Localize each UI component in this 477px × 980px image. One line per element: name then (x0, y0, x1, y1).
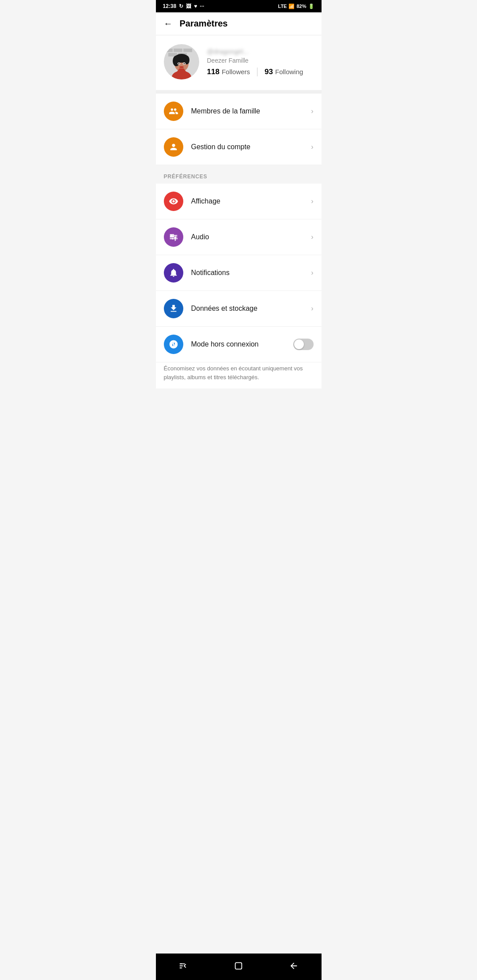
following-stat[interactable]: 93 Following (265, 68, 303, 76)
image-icon: 🖼 (186, 3, 191, 9)
menu-item-offline[interactable]: Mode hors connexion (156, 327, 322, 362)
account-chevron: › (311, 143, 313, 151)
display-chevron: › (311, 197, 313, 205)
following-count: 93 (265, 68, 273, 76)
storage-icon (164, 299, 183, 318)
svg-point-16 (183, 63, 185, 64)
preferences-title: PRÉFÉRENCES (164, 173, 208, 180)
svg-rect-28 (180, 965, 182, 966)
page-title: Paramètres (180, 19, 228, 29)
status-bar: 12:38 ↻ 🖼 ♥ ··· LTE 📶 82% 🔋 (156, 0, 322, 12)
account-label: Gestion du compte (191, 143, 311, 151)
svg-rect-29 (180, 968, 182, 969)
menu-item-storage[interactable]: Données et stockage › (156, 291, 322, 327)
display-label: Affichage (191, 197, 311, 205)
menu-item-display[interactable]: Affichage › (156, 184, 322, 219)
followers-count: 118 (207, 68, 220, 76)
audio-chevron: › (311, 233, 313, 241)
heart-icon: ♥ (194, 3, 197, 9)
svg-rect-27 (180, 964, 182, 965)
profile-section: @dragongirl... Deezer Famille 118 Follow… (156, 35, 322, 90)
section-divider-1 (156, 90, 322, 94)
svg-rect-3 (183, 49, 192, 52)
family-label: Membres de la famille (191, 107, 311, 115)
audio-icon (164, 227, 183, 247)
back-button[interactable]: ← (164, 19, 173, 29)
offline-description: Économisez vos données en écoutant uniqu… (156, 362, 322, 388)
svg-rect-24 (176, 237, 177, 237)
notifications-label: Notifications (191, 269, 311, 277)
followers-stat[interactable]: 118 Followers (207, 68, 250, 76)
profile-info: @dragongirl... Deezer Famille 118 Follow… (207, 48, 314, 76)
svg-rect-22 (172, 235, 177, 236)
storage-chevron: › (311, 305, 313, 313)
display-icon (164, 192, 183, 211)
nav-bar (156, 954, 322, 980)
svg-rect-21 (170, 235, 171, 236)
following-label: Following (275, 68, 303, 75)
svg-point-17 (179, 66, 184, 68)
notifications-chevron: › (311, 269, 313, 277)
account-icon (164, 137, 183, 157)
offline-label: Mode hors connexion (191, 340, 293, 348)
nav-back-button[interactable] (285, 959, 303, 973)
battery-icon: 🔋 (308, 4, 314, 9)
preferences-section-header: PRÉFÉRENCES (156, 165, 322, 184)
avatar[interactable] (164, 44, 199, 79)
profile-stats: 118 Followers 93 Following (207, 68, 314, 76)
offline-icon (164, 335, 183, 354)
toggle-thumb (294, 339, 304, 349)
profile-username[interactable]: @dragongirl... (207, 48, 314, 55)
offline-toggle[interactable] (293, 339, 314, 350)
toggle-track (293, 339, 314, 350)
sync-icon: ↻ (179, 3, 183, 9)
notifications-icon (164, 263, 183, 283)
battery-text: 82% (296, 4, 306, 9)
offline-desc-text: Économisez vos données en écoutant uniqu… (164, 365, 303, 381)
dots-icon: ··· (200, 3, 204, 9)
svg-rect-30 (235, 963, 242, 969)
status-right: LTE 📶 82% 🔋 (278, 4, 314, 9)
svg-rect-25 (170, 238, 172, 239)
stat-divider (257, 68, 257, 76)
main-menu-section: Membres de la famille › Gestion du compt… (156, 94, 322, 165)
menu-item-notifications[interactable]: Notifications › (156, 255, 322, 291)
wifi-icon: 📶 (288, 4, 295, 9)
nav-menu-button[interactable] (174, 959, 192, 973)
storage-label: Données et stockage (191, 305, 311, 313)
followers-label: Followers (222, 68, 250, 75)
audio-label: Audio (191, 233, 311, 241)
nav-home-button[interactable] (230, 959, 247, 973)
lte-icon: LTE (278, 4, 287, 9)
svg-rect-2 (174, 49, 182, 52)
svg-rect-23 (170, 237, 174, 237)
svg-rect-26 (174, 238, 178, 239)
menu-item-audio[interactable]: Audio › (156, 219, 322, 255)
preferences-menu-section: Affichage › Audio › (156, 184, 322, 362)
header: ← Paramètres (156, 12, 322, 35)
menu-item-account[interactable]: Gestion du compte › (156, 129, 322, 165)
menu-item-family[interactable]: Membres de la famille › (156, 94, 322, 129)
svg-point-15 (178, 63, 179, 64)
svg-point-19 (174, 236, 176, 238)
status-left: 12:38 ↻ 🖼 ♥ ··· (163, 3, 204, 9)
family-icon (164, 102, 183, 121)
time: 12:38 (163, 3, 177, 9)
svg-rect-1 (164, 49, 173, 52)
family-chevron: › (311, 107, 313, 115)
profile-plan: Deezer Famille (207, 57, 314, 64)
